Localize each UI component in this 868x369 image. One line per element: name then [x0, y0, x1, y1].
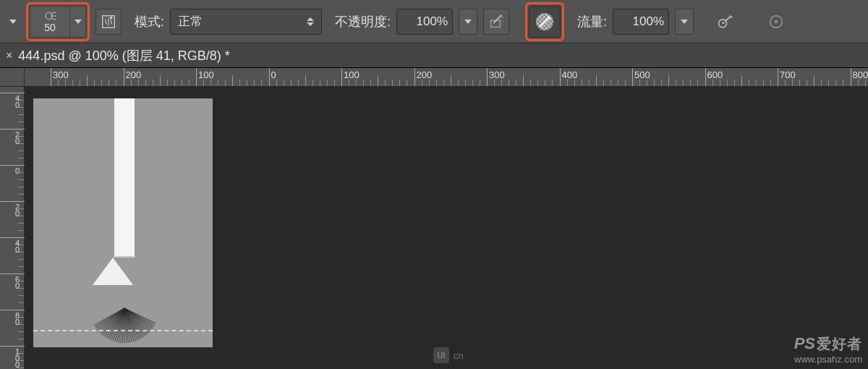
- horizontal-ruler[interactable]: 3002001000100200300400500600700800900: [25, 68, 868, 87]
- brush-panel-icon: [101, 14, 116, 30]
- opacity-input[interactable]: 100%: [396, 9, 453, 35]
- highlight-brush-preset: 50: [26, 2, 90, 41]
- flow-pressure-toggle[interactable]: [712, 9, 739, 35]
- flow-dropdown[interactable]: [675, 9, 694, 35]
- brush-preview: 50: [30, 10, 69, 33]
- canvas[interactable]: [33, 98, 213, 347]
- brush-preset-dropdown[interactable]: [69, 7, 85, 37]
- target-icon: [768, 14, 784, 30]
- brush-size-value: 50: [44, 22, 56, 33]
- opacity-label: 不透明度:: [335, 13, 391, 30]
- flow-input[interactable]: 100%: [613, 9, 669, 35]
- select-arrows-icon: [307, 17, 314, 26]
- flow-label: 流量:: [577, 13, 607, 30]
- blend-mode-select[interactable]: 正常: [170, 9, 322, 35]
- pen-pressure-icon: [718, 14, 733, 30]
- airbrush-toggle[interactable]: [529, 6, 561, 38]
- watermark-uicn: UI cn: [433, 347, 464, 363]
- opacity-pressure-toggle[interactable]: [483, 9, 509, 35]
- brush-tip-icon: [43, 10, 57, 22]
- ruler-corner: [0, 68, 25, 87]
- watermark-psahz: PS爱好者 www.psahz.com: [794, 334, 862, 366]
- svg-point-11: [775, 20, 778, 23]
- highlight-airbrush: [525, 2, 564, 41]
- opacity-dropdown[interactable]: [459, 9, 477, 35]
- vertical-ruler[interactable]: 4020020406080100: [0, 87, 25, 369]
- guide-line: [33, 330, 213, 331]
- svg-point-0: [46, 12, 51, 20]
- brush-panel-toggle[interactable]: [95, 9, 122, 35]
- mode-label: 模式:: [135, 13, 164, 30]
- airbrush-icon: [535, 12, 555, 32]
- tool-preset-dropdown[interactable]: [6, 14, 20, 29]
- tab-close-button[interactable]: ×: [6, 49, 12, 62]
- svg-point-9: [722, 22, 724, 24]
- tablet-pressure-icon: [488, 14, 504, 30]
- options-bar: 50 模式: 正常 不透明度: 100% 流量: 100%: [0, 0, 868, 43]
- blend-mode-value: 正常: [178, 13, 203, 30]
- canvas-viewport[interactable]: UI cn PS爱好者 www.psahz.com: [25, 87, 868, 369]
- editor-area: 3002001000100200300400500600700800900 40…: [0, 68, 868, 369]
- svg-point-2: [110, 16, 113, 19]
- brush-illustration: [113, 98, 136, 323]
- document-tab-bar: × 444.psd @ 100% (图层 41, RGB/8) *: [0, 43, 868, 68]
- document-tab-title: 444.psd @ 100% (图层 41, RGB/8) *: [18, 47, 229, 64]
- target-toggle[interactable]: [763, 9, 789, 35]
- brush-preset-picker[interactable]: 50: [30, 6, 86, 38]
